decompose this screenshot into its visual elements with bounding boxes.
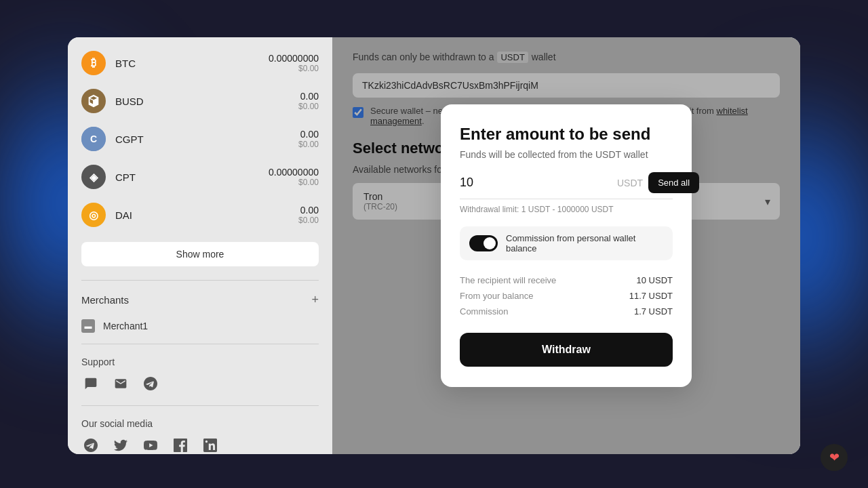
cpt-amounts: 0.00000000 $0.00 [269, 167, 319, 187]
breakdown-value-2: 1.7 USDT [634, 306, 673, 317]
support-icons [81, 374, 319, 393]
cgpt-icon: C [81, 127, 106, 151]
right-content: Funds can only be withdrawn to a USDT wa… [332, 37, 800, 454]
dai-balance: 0.00 [298, 205, 319, 216]
send-all-button[interactable]: Send all [648, 172, 699, 193]
modal-overlay: Enter amount to be send Funds will be co… [332, 37, 800, 454]
merchant-icon: ▬ [81, 319, 95, 333]
withdrawal-limit-range: 1 USDT - 1000000 USDT [521, 205, 614, 214]
dai-usd: $0.00 [298, 216, 319, 225]
telegram-support-icon[interactable] [141, 374, 160, 393]
busd-amounts: 0.00 $0.00 [298, 91, 319, 111]
merchant-name: Merchant1 [103, 321, 148, 331]
cpt-balance: 0.00000000 [269, 167, 319, 178]
facebook-icon[interactable] [171, 436, 190, 454]
breakdown-value-1: 11.7 USDT [629, 291, 673, 301]
amount-input-row: USDT Send all [460, 172, 673, 199]
cpt-usd: $0.00 [269, 178, 319, 187]
youtube-icon[interactable] [141, 436, 160, 454]
btc-icon: ₿ [81, 51, 106, 75]
toggle-slider [469, 235, 498, 251]
cgpt-name: CGPT [115, 134, 298, 145]
breakdown-label-0: The recipient will receive [460, 275, 556, 285]
withdraw-button[interactable]: Withdraw [460, 333, 673, 367]
busd-usd: $0.00 [298, 102, 319, 111]
merchants-title: Merchants [81, 294, 129, 306]
currency-item-btc[interactable]: ₿ BTC 0.00000000 $0.00 [68, 44, 332, 82]
add-merchant-icon[interactable]: + [311, 293, 319, 307]
twitter-icon[interactable] [111, 436, 130, 454]
input-currency-label: USDT [617, 178, 643, 188]
divider-merchants [81, 280, 319, 281]
busd-balance: 0.00 [298, 91, 319, 102]
breakdown-table: The recipient will receive 10 USDT From … [460, 272, 673, 319]
dai-icon: ◎ [81, 203, 106, 227]
commission-label: Commission from personal wallet balance [506, 233, 663, 253]
cpt-icon: ◈ [81, 165, 106, 189]
breakdown-row-1: From your balance 11.7 USDT [460, 288, 673, 304]
support-section: Support [68, 350, 332, 400]
cgpt-amounts: 0.00 $0.00 [298, 129, 319, 149]
btc-amounts: 0.00000000 $0.00 [269, 53, 319, 73]
social-icons [81, 436, 319, 454]
dai-name: DAI [115, 209, 298, 221]
commission-toggle-row: Commission from personal wallet balance [460, 226, 673, 260]
support-title: Support [81, 357, 319, 367]
btc-name: BTC [115, 58, 269, 69]
svg-text:C: C [90, 134, 97, 144]
telegram-social-icon[interactable] [81, 436, 100, 454]
merchant-item-1[interactable]: ▬ Merchant1 [68, 314, 332, 338]
dai-amounts: 0.00 $0.00 [298, 205, 319, 225]
breakdown-row-0: The recipient will receive 10 USDT [460, 272, 673, 288]
breakdown-value-0: 10 USDT [637, 275, 673, 285]
merchants-section-header: Merchants + [68, 286, 332, 314]
commission-toggle[interactable] [469, 235, 498, 251]
divider-social [81, 405, 319, 406]
busd-icon [81, 89, 106, 113]
amount-input[interactable] [460, 176, 617, 190]
withdrawal-limit: Withdrawal limit: 1 USDT - 1000000 USDT [460, 205, 673, 214]
chat-icon[interactable] [81, 374, 100, 393]
busd-name: BUSD [115, 96, 298, 107]
cpt-name: CPT [115, 171, 269, 183]
linkedin-icon[interactable] [201, 436, 220, 454]
breakdown-row-2: Commission 1.7 USDT [460, 304, 673, 319]
modal: Enter amount to be send Funds will be co… [441, 104, 692, 387]
btc-usd: $0.00 [269, 64, 319, 73]
cgpt-balance: 0.00 [298, 129, 319, 140]
btc-balance: 0.00000000 [269, 53, 319, 64]
email-icon[interactable] [111, 374, 130, 393]
cgpt-usd: $0.00 [298, 140, 319, 149]
currency-item-cpt[interactable]: ◈ CPT 0.00000000 $0.00 [68, 158, 332, 196]
modal-subtitle: Funds will be collected from the USDT wa… [460, 149, 673, 160]
sidebar: ₿ BTC 0.00000000 $0.00 BUSD 0.00 $0.00 [68, 37, 332, 454]
breakdown-label-1: From your balance [460, 291, 533, 301]
show-more-button[interactable]: Show more [81, 242, 319, 266]
divider-support [81, 344, 319, 344]
heart-button[interactable]: ❤ [821, 444, 848, 471]
modal-title: Enter amount to be send [460, 125, 673, 144]
social-section: Our social media [68, 411, 332, 454]
breakdown-label-2: Commission [460, 306, 509, 317]
social-title: Our social media [81, 418, 319, 429]
main-container: ₿ BTC 0.00000000 $0.00 BUSD 0.00 $0.00 [68, 37, 800, 454]
currency-item-dai[interactable]: ◎ DAI 0.00 $0.00 [68, 196, 332, 234]
currency-item-busd[interactable]: BUSD 0.00 $0.00 [68, 82, 332, 120]
currency-item-cgpt[interactable]: C CGPT 0.00 $0.00 [68, 120, 332, 158]
